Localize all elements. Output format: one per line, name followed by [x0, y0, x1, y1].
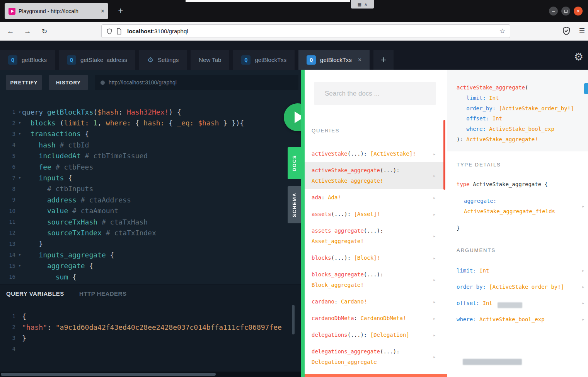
argument-row[interactable]: limit: Int▶ [457, 262, 579, 279]
docs-search-input[interactable] [314, 82, 436, 105]
bookmark-star-icon[interactable]: ☆ [499, 27, 505, 35]
endpoint-bar[interactable]: http://localhost:3100/graphql [95, 75, 298, 90]
shield-badge-icon[interactable] [562, 26, 571, 36]
maximize-button[interactable] [561, 7, 570, 15]
reload-button[interactable]: ↻ [38, 25, 51, 38]
playground-add-tab-button[interactable]: + [373, 50, 394, 70]
fold-arrow-icon[interactable]: ▾ [15, 252, 22, 257]
tab-docs[interactable]: DOCS [288, 147, 301, 179]
argument-name: limit: [457, 267, 476, 274]
back-button[interactable]: ← [4, 25, 17, 38]
playground-tab-getblocktxs[interactable]: QgetBlockTxs [233, 50, 295, 70]
code-segment [22, 141, 39, 149]
docs-query-item[interactable]: blocks(...): [Block]!▶ [305, 250, 444, 266]
field-type: ActiveStake_aggregate_fields [464, 208, 555, 214]
tab-http-headers[interactable]: HTTP HEADERS [79, 290, 126, 297]
top-artifact-strip [186, 0, 350, 2]
code-segment: # ctbId [60, 141, 89, 149]
argument-row[interactable]: order_by: [ActiveStake_order_by!]▶ [457, 279, 579, 295]
code-segment [22, 251, 39, 259]
line-number: 7 [0, 175, 15, 181]
fold-arrow-icon[interactable]: ▾ [15, 263, 22, 268]
code-segment [22, 119, 31, 127]
horizontal-scrollbar-thumb[interactable] [1, 373, 216, 376]
docs-query-item[interactable]: delegations(...): [Delegation]▶ [305, 327, 444, 343]
docs-query-item[interactable]: assets_aggregate(...): Asset_aggregate!▶ [305, 223, 444, 250]
docs-divider[interactable] [301, 70, 305, 377]
code-segment: includedAt [39, 152, 85, 160]
docs-scrollbar-thumb[interactable] [443, 120, 445, 190]
docs-query-item[interactable]: blocks_aggregate(...): Block_aggregate!▶ [305, 266, 444, 293]
prettify-button[interactable]: PRETTIFY [6, 75, 42, 90]
page-info-icon[interactable] [116, 28, 122, 34]
code-text: "hash": "a9c1d60da42f43ed40c28ee2428e037… [22, 323, 282, 331]
query-type: [ActiveStake]! [370, 151, 416, 157]
line-number: 3 [0, 335, 15, 341]
forward-button[interactable]: → [21, 25, 34, 38]
code-segment [22, 185, 47, 193]
argument-row[interactable]: where: ActiveStake_bool_exp▶ [457, 311, 579, 327]
argument-type: Int [479, 267, 489, 274]
docs-query-item[interactable]: cardano: Cardano!▶ [305, 293, 444, 310]
collapse-docs-button[interactable] [584, 83, 588, 94]
docs-query-item[interactable]: cardanoDbMeta: CardanoDbMeta!▶ [305, 310, 444, 327]
code-segment: ( [93, 108, 97, 116]
line-number: 14 [0, 252, 15, 258]
tab-query-variables[interactable]: QUERY VARIABLES [6, 290, 64, 297]
argument-type: Int [482, 300, 492, 306]
query-name: cardano [312, 298, 334, 305]
docs-query-item[interactable]: ada: Ada!▶ [305, 189, 444, 206]
fold-arrow-icon[interactable]: ▾ [15, 175, 22, 180]
schema-tab-label: SCHEMA [292, 192, 297, 217]
playground-tab-getblocks[interactable]: QgetBlocks [0, 50, 55, 70]
code-segment: blocks [31, 119, 60, 127]
docs-query-item[interactable]: assets(...): [Asset]!▶ [305, 206, 444, 223]
tab-close-icon[interactable]: × [101, 8, 104, 15]
fold-arrow-icon[interactable]: ▾ [15, 131, 22, 136]
variables-code-editor[interactable]: 1{2"hash": "a9c1d60da42f43ed40c28ee2428e… [0, 311, 301, 354]
playground-tab-new-tab[interactable]: New Tab [191, 50, 229, 70]
code-segment: hash: [143, 119, 164, 127]
tab-close-icon[interactable]: × [358, 57, 361, 63]
code-segment [457, 95, 466, 101]
code-text: address # ctaAddress [22, 196, 131, 204]
horizontal-scrollbar[interactable] [0, 372, 301, 377]
code-text: { [22, 312, 26, 320]
code-segment: ): [457, 136, 466, 142]
type-field-row[interactable]: aggregate: ActiveStake_aggregate_fields … [457, 196, 579, 217]
chevron-right-icon: ▶ [433, 296, 435, 307]
code-line: 1▾query getBlockTxs($hash: Hash32Hex!) { [0, 106, 301, 117]
playground-tab-settings[interactable]: ⚙Settings [139, 50, 187, 70]
tab-schema[interactable]: SCHEMA [288, 186, 301, 223]
code-segment: inputs_aggregate [39, 251, 110, 259]
history-button[interactable]: HISTORY [49, 75, 88, 90]
menu-button[interactable]: ≡ [579, 24, 585, 36]
code-segment [457, 126, 466, 132]
fold-arrow-icon[interactable]: ▾ [15, 110, 22, 115]
url-bar[interactable]: localhost:3100/graphql ☆ [101, 24, 510, 38]
variables-scrollbar[interactable] [292, 305, 295, 334]
code-segment: } [22, 334, 26, 342]
docs-query-list: activeStake(...): [ActiveStake]!▶activeS… [305, 146, 444, 370]
fold-arrow-icon[interactable]: ▾ [15, 120, 22, 125]
docs-query-item[interactable]: activeStake(...): [ActiveStake]!▶ [305, 146, 444, 162]
query-code-editor[interactable]: 1▾query getBlockTxs($hash: Hash32Hex!) {… [0, 106, 301, 282]
docs-query-item[interactable]: activeStake_aggregate(...): ActiveStake_… [305, 162, 444, 189]
settings-gear-icon[interactable]: ⚙ [574, 51, 583, 63]
minimize-button[interactable]: – [549, 7, 558, 15]
tracking-protection-shield-icon[interactable] [106, 28, 112, 35]
code-line: 16 sum { [0, 271, 301, 282]
code-segment: activeStake_aggregate [457, 84, 525, 91]
docs-query-item[interactable]: delegations_aggregate(...): Delegation_a… [305, 343, 444, 370]
playground-tab-getblocktxs[interactable]: QgetBlockTxs× [298, 50, 370, 70]
query-name: assets_aggregate [312, 228, 364, 234]
close-button[interactable]: × [574, 7, 583, 15]
code-segment [194, 119, 198, 127]
docs-query-text: blocks(...): [Block]! [312, 255, 380, 261]
playground-tab-getstake_address[interactable]: QgetStake_address [59, 50, 135, 70]
argument-text: offset: Int [457, 300, 493, 306]
code-segment: # ctaTxHash [102, 218, 148, 226]
browser-new-tab-button[interactable]: + [115, 5, 126, 17]
query-type: [Delegation] [370, 332, 409, 338]
browser-tab[interactable]: Playground - http://localh × [5, 3, 108, 19]
